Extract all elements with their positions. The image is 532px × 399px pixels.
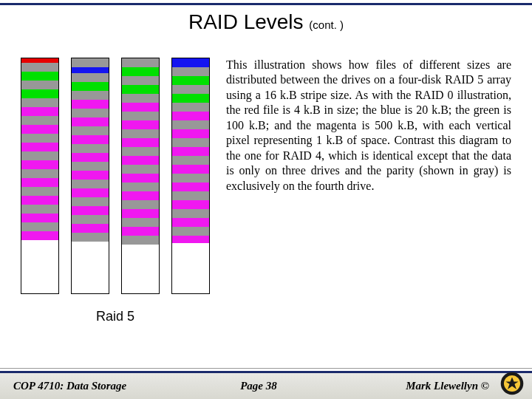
stripe-green (21, 72, 58, 81)
stripe-magenta (172, 165, 209, 174)
stripe-parity (172, 209, 209, 218)
stripe-green (72, 82, 109, 91)
stripe-parity (21, 205, 58, 214)
stripe-parity (72, 180, 109, 188)
stripe-magenta (172, 236, 209, 243)
stripe-parity (172, 67, 209, 76)
stripe-magenta (122, 156, 159, 165)
page-title: RAID Levels (cont. ) (0, 10, 532, 34)
stripe-parity (122, 218, 159, 227)
stripe-parity (122, 76, 159, 85)
stripe-parity (72, 162, 109, 171)
stripe-magenta (21, 143, 58, 151)
stripe-magenta (21, 214, 58, 222)
stripe-parity (72, 126, 109, 135)
stripe-parity (21, 187, 58, 196)
stripe-empty (122, 245, 159, 287)
stripe-magenta (122, 209, 159, 218)
stripe-parity (122, 129, 159, 138)
stripe-parity (21, 116, 58, 125)
stripe-parity (122, 200, 159, 209)
stripe-blue (172, 58, 209, 67)
stripe-magenta (72, 153, 109, 162)
stripe-parity (122, 183, 159, 191)
stripe-magenta (122, 120, 159, 129)
stripe-magenta (172, 147, 209, 156)
stripe-empty (72, 242, 109, 287)
stripe-parity (21, 63, 58, 72)
stripe-parity (21, 151, 58, 160)
footer-author: Mark Llewellyn © (341, 380, 489, 392)
stripe-blue (72, 67, 109, 73)
stripe-parity (172, 156, 209, 165)
stripe-magenta (72, 188, 109, 197)
stripe-parity (21, 98, 58, 107)
stripe-parity (72, 197, 109, 206)
stripe-magenta (122, 174, 159, 183)
stripe-parity (172, 191, 209, 200)
stripe-empty (172, 243, 209, 287)
stripe-magenta (122, 227, 159, 236)
stripe-magenta (172, 218, 209, 227)
stripe-magenta (72, 171, 109, 180)
drive-1 (21, 58, 59, 294)
stripe-parity (122, 94, 159, 103)
stripe-parity (72, 73, 109, 82)
stripe-parity (72, 58, 109, 67)
stripe-magenta (21, 196, 58, 205)
stripe-parity (172, 227, 209, 236)
stripe-magenta (172, 200, 209, 209)
stripe-magenta (21, 125, 58, 134)
stripe-magenta (72, 100, 109, 109)
stripe-parity (122, 236, 159, 245)
stripe-parity (21, 169, 58, 178)
stripe-parity (172, 138, 209, 147)
stripe-parity (122, 58, 159, 67)
stripe-parity (172, 120, 209, 129)
stripe-magenta (21, 107, 58, 116)
stripe-parity (122, 147, 159, 156)
stripe-parity (72, 109, 109, 117)
top-rule (0, 3, 532, 5)
title-sub: (cont. ) (309, 18, 344, 31)
stripe-green (172, 94, 209, 103)
footer-page: Page 38 (176, 380, 341, 392)
stripe-magenta (122, 138, 159, 147)
stripe-parity (72, 233, 109, 242)
stripe-parity (72, 144, 109, 153)
stripe-parity (72, 215, 109, 224)
stripe-green (122, 67, 159, 76)
stripe-parity (172, 103, 209, 112)
stripe-magenta (172, 183, 209, 191)
stripe-parity (21, 134, 58, 143)
stripe-magenta (21, 231, 58, 240)
ucf-logo-icon (499, 371, 525, 396)
drive-3 (121, 58, 160, 294)
stripe-parity (122, 165, 159, 174)
stripe-parity (172, 174, 209, 183)
drive-2 (71, 58, 109, 294)
stripe-magenta (72, 206, 109, 215)
stripe-magenta (172, 129, 209, 138)
stripe-magenta (72, 117, 109, 126)
stripe-parity (21, 222, 58, 231)
stripe-magenta (122, 191, 159, 200)
raid-illustration: Raid 5 (21, 58, 210, 324)
title-main: RAID Levels (188, 10, 304, 33)
stripe-parity (172, 85, 209, 94)
footer-course: COP 4710: Data Storage (13, 380, 176, 392)
stripe-parity (122, 112, 159, 120)
stripe-magenta (72, 224, 109, 233)
stripe-magenta (72, 135, 109, 144)
drive-4 (171, 58, 210, 294)
stripe-green (122, 85, 159, 94)
illustration-caption: Raid 5 (96, 309, 134, 324)
stripe-magenta (122, 103, 159, 112)
stripe-empty (21, 240, 58, 286)
footer-top-rule (0, 368, 532, 369)
stripe-magenta (21, 160, 58, 169)
stripe-parity (21, 81, 58, 89)
stripe-magenta (21, 178, 58, 187)
stripe-green (172, 76, 209, 85)
stripe-green (21, 89, 58, 98)
